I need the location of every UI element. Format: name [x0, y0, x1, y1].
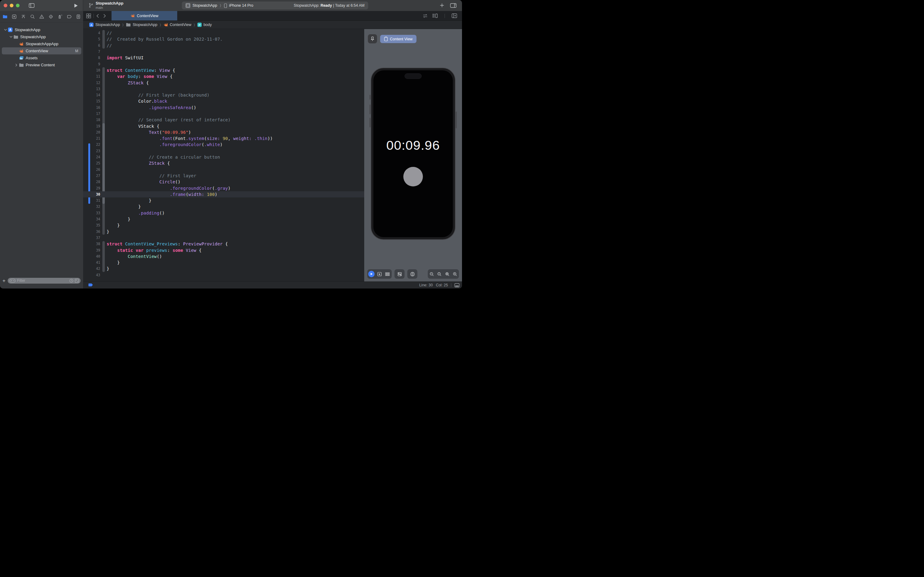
line-number[interactable]: 19	[83, 124, 100, 128]
code-line-11[interactable]: 11 var body: some View {	[83, 73, 364, 79]
sidebar-item-stopwatchapp[interactable]: AStopwatchApp	[2, 26, 81, 33]
breadcrumb-body[interactable]: Pbody	[197, 23, 212, 27]
sidebar-item-stopwatchapp[interactable]: StopwatchApp	[2, 33, 81, 40]
line-number[interactable]: 11	[83, 74, 100, 79]
go-back-icon[interactable]	[96, 14, 99, 18]
source-control-filter-icon[interactable]	[75, 279, 79, 283]
line-number[interactable]: 17	[83, 111, 100, 116]
navigator-tab-find[interactable]	[30, 14, 35, 19]
code-line-10[interactable]: 10struct ContentView: View {	[83, 67, 364, 73]
filter-field[interactable]: Filter	[8, 278, 80, 284]
line-number[interactable]: 6	[83, 44, 100, 48]
line-number[interactable]: 26	[83, 168, 100, 172]
zoom-100-button[interactable]: 1	[436, 272, 443, 277]
tab-contentview[interactable]: ContentView	[111, 11, 177, 21]
navigator-tab-symbols[interactable]	[21, 14, 26, 19]
code-line-23[interactable]: 23	[83, 148, 364, 154]
selectable-cursor-button[interactable]	[376, 272, 383, 277]
iphone-preview-device[interactable]: 00:09.96	[371, 68, 456, 240]
code-line-6[interactable]: 6//	[83, 42, 364, 48]
code-line-19[interactable]: 19 VStack {	[83, 123, 364, 129]
zoom-out-button[interactable]	[428, 272, 435, 277]
scheme-selector[interactable]: A StopwatchApp 〉 iPhone 14 Pro Stopwatch…	[182, 2, 368, 10]
code-line-15[interactable]: 15 Color.black	[83, 98, 364, 104]
editor-only-icon[interactable]	[454, 283, 460, 288]
adjust-editor-options-icon[interactable]	[432, 13, 438, 18]
go-forward-icon[interactable]	[103, 14, 106, 18]
sidebar-item-contentview[interactable]: ContentViewM	[2, 47, 81, 55]
navigator-tab-tests[interactable]	[48, 14, 53, 19]
navigator-tab-issues[interactable]	[39, 14, 44, 19]
zoom-window-button[interactable]	[16, 4, 19, 7]
line-number[interactable]: 12	[83, 81, 100, 85]
line-number[interactable]: 15	[83, 99, 100, 103]
line-number[interactable]: 18	[83, 118, 100, 122]
add-editor-icon[interactable]	[452, 13, 457, 18]
line-number[interactable]: 30	[83, 192, 100, 197]
disclosure-chevron-right-icon[interactable]	[14, 64, 19, 67]
code-line-9[interactable]: 9	[83, 61, 364, 67]
code-line-18[interactable]: 18 // Second layer (rest of interface)	[83, 117, 364, 123]
zoom-fit-button[interactable]	[443, 272, 451, 277]
preview-on-device-phone-button[interactable]	[409, 272, 416, 277]
line-number[interactable]: 32	[83, 205, 100, 209]
code-line-37[interactable]: 37	[83, 235, 364, 241]
line-number[interactable]: 33	[83, 211, 100, 215]
navigator-tab-debug[interactable]	[58, 14, 63, 19]
code-line-31[interactable]: 31 }	[83, 197, 364, 203]
line-number[interactable]: 39	[83, 248, 100, 253]
code-line-29[interactable]: 29 .foregroundColor(.gray)	[83, 185, 364, 191]
code-line-21[interactable]: 21 .font(Font.system(size: 90, weight: .…	[83, 135, 364, 142]
code-line-33[interactable]: 33 .padding()	[83, 210, 364, 216]
line-number[interactable]: 10	[83, 68, 100, 73]
breadcrumb-contentview[interactable]: ContentView	[163, 23, 192, 27]
code-editor[interactable]: 4//5// Created by Russell Gordon on 2022…	[83, 29, 364, 282]
line-number[interactable]: 29	[83, 186, 100, 190]
line-number[interactable]: 31	[83, 198, 100, 203]
line-number[interactable]: 38	[83, 242, 100, 246]
close-window-button[interactable]	[4, 4, 7, 7]
navigator-tab-breakpoints[interactable]	[67, 14, 72, 19]
scheme-destination[interactable]: iPhone 14 Pro	[229, 3, 253, 8]
zoom-in-button[interactable]	[451, 272, 459, 277]
toggle-navigator-icon[interactable]	[29, 3, 35, 8]
code-line-14[interactable]: 14 // First layer (background)	[83, 92, 364, 98]
line-number[interactable]: 37	[83, 235, 100, 240]
recent-files-icon[interactable]	[69, 279, 73, 283]
line-number[interactable]: 41	[83, 260, 100, 265]
line-number[interactable]: 40	[83, 254, 100, 259]
code-line-39[interactable]: 39 static var previews: some View {	[83, 247, 364, 253]
line-number[interactable]: 28	[83, 180, 100, 184]
line-number[interactable]: 25	[83, 161, 100, 165]
code-line-13[interactable]: 13	[83, 86, 364, 92]
project-branch[interactable]: StopwatchApp main	[89, 1, 124, 10]
code-line-27[interactable]: 27 // First layer	[83, 172, 364, 179]
code-line-30[interactable]: 30 .frame(width: 100)	[83, 191, 364, 197]
line-number[interactable]: 8	[83, 56, 100, 60]
line-number[interactable]: 9	[83, 62, 100, 66]
add-file-button[interactable]: +	[2, 278, 5, 283]
line-number[interactable]: 35	[83, 223, 100, 227]
line-number[interactable]: 34	[83, 217, 100, 221]
line-number[interactable]: 43	[83, 273, 100, 277]
device-settings-toggles-button[interactable]	[396, 272, 403, 277]
line-number[interactable]: 21	[83, 136, 100, 140]
minimize-window-button[interactable]	[10, 4, 13, 7]
navigator-tab-source-control[interactable]	[11, 14, 17, 19]
sidebar-item-preview-content[interactable]: Preview Content	[2, 61, 81, 68]
breakpoint-indicator[interactable]	[88, 283, 93, 287]
preview-target-chip[interactable]: Content View	[380, 35, 417, 43]
app-screen[interactable]: 00:09.96	[373, 70, 453, 237]
code-line-34[interactable]: 34 }	[83, 216, 364, 222]
code-line-5[interactable]: 5// Created by Russell Gordon on 2022-11…	[83, 36, 364, 42]
run-button[interactable]	[74, 3, 78, 8]
line-number[interactable]: 42	[83, 266, 100, 271]
variants-grid-button[interactable]	[384, 272, 391, 277]
code-review-icon[interactable]	[423, 14, 428, 18]
live-preview-play-button[interactable]	[368, 271, 375, 277]
sidebar-item-stopwatchappapp[interactable]: StopwatchAppApp	[2, 40, 81, 47]
line-number[interactable]: 4	[83, 31, 100, 35]
code-line-16[interactable]: 16 .ignoresSafeArea()	[83, 105, 364, 111]
pin-preview-button[interactable]	[368, 34, 377, 44]
line-number[interactable]: 20	[83, 130, 100, 134]
